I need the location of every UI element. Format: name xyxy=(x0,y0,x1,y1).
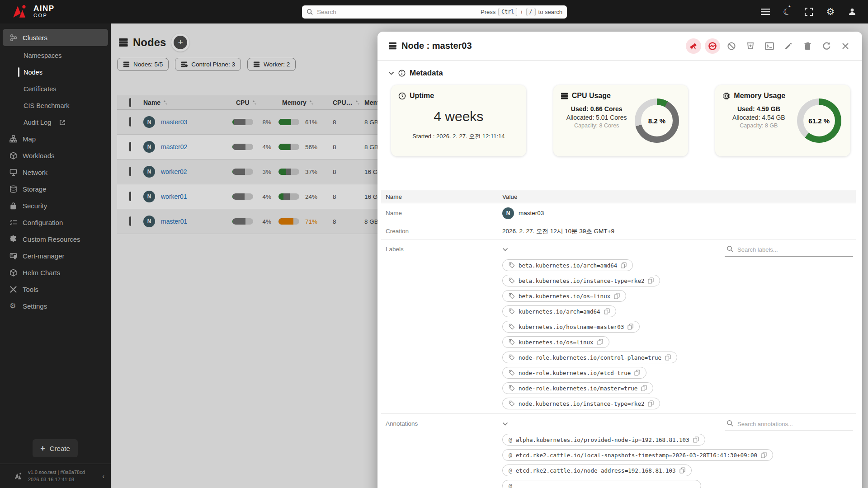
sidebar-item-storage[interactable]: Storage xyxy=(0,181,111,197)
annotation-chip: @alpha.kubernetes.io/provided-node-ip=19… xyxy=(502,434,705,446)
annotations-row: Annotations @alpha.kubernetes.io/provide… xyxy=(381,414,856,488)
sidebar-item-audit-log[interactable]: Audit Log xyxy=(0,114,111,131)
node-avatar: N xyxy=(502,207,514,219)
search-input[interactable] xyxy=(317,9,481,15)
cpu-usage-title: CPU Usage xyxy=(572,92,611,100)
helm-charts-icon xyxy=(9,269,17,277)
sidebar-item-namespaces[interactable]: Namespaces xyxy=(0,47,111,64)
drain-icon[interactable] xyxy=(743,38,758,54)
labels-list: beta.kubernetes.io/arch=amd64 beta.kuber… xyxy=(502,259,856,413)
sidebar-item-cert-manager[interactable]: Cert-manager xyxy=(0,248,111,264)
label-chip: node.kubernetes.io/instance-type=rke2 xyxy=(502,398,660,409)
node-detail-panel: Node : master03 xyxy=(377,32,862,488)
gear-icon: ⚙ xyxy=(9,302,17,310)
copy-icon[interactable] xyxy=(604,308,610,314)
sidebar-item-settings[interactable]: ⚙ Settings xyxy=(0,298,111,314)
copy-icon[interactable] xyxy=(621,262,627,268)
sidebar-item-certificates[interactable]: Certificates xyxy=(0,80,111,97)
creation-row: Creation 2026. 2. 27. 오전 12시 10분 39초 GMT… xyxy=(381,223,856,239)
edit-icon[interactable] xyxy=(781,38,796,54)
at-icon: @ xyxy=(509,452,512,459)
sidebar-footer: v1.0.soo.test | #8a0a78cd 2026-03-16 17:… xyxy=(0,464,111,488)
copy-icon[interactable] xyxy=(627,324,633,330)
copy-icon[interactable] xyxy=(597,339,603,345)
labels-search-input[interactable] xyxy=(725,245,853,257)
settings-icon[interactable]: ⚙ xyxy=(825,6,836,18)
at-icon: @ xyxy=(509,436,512,443)
create-button[interactable]: + Create xyxy=(33,439,78,457)
panel-header: Node : master03 xyxy=(377,32,862,61)
sidebar-item-network[interactable]: Network xyxy=(0,164,111,181)
menu-icon[interactable] xyxy=(760,6,771,18)
memory-usage-title: Memory Usage xyxy=(734,92,785,100)
sidebar-item-label: Nodes xyxy=(24,69,42,76)
copy-icon[interactable] xyxy=(679,467,685,474)
tag-icon xyxy=(509,293,515,299)
sidebar-item-clusters[interactable]: Clusters xyxy=(3,29,108,46)
metadata-section-header[interactable]: Metadata xyxy=(377,61,862,78)
info-icon xyxy=(398,70,406,77)
global-search[interactable]: Press Ctrl + / to search xyxy=(302,5,567,19)
copy-icon[interactable] xyxy=(648,400,654,407)
cordon-icon[interactable] xyxy=(724,38,739,54)
labels-search[interactable] xyxy=(725,245,853,257)
sidebar-item-map[interactable]: Map xyxy=(0,131,111,147)
chevron-down-icon[interactable] xyxy=(388,71,394,75)
annotations-search-input[interactable] xyxy=(725,419,853,431)
ctrl-key: Ctrl xyxy=(498,8,517,16)
sidebar-item-label: Clusters xyxy=(23,34,47,42)
tag-icon xyxy=(509,277,515,284)
sidebar-item-nodes[interactable]: Nodes xyxy=(0,64,111,80)
cert-manager-icon xyxy=(9,252,17,260)
sidebar-collapse-icon[interactable]: ‹ xyxy=(102,473,104,480)
annotation-chip: @etcd.rke2.cattle.io/node-address=192.16… xyxy=(502,465,692,476)
annotations-search[interactable] xyxy=(725,419,853,431)
sidebar-item-custom-resources[interactable]: Custom Resources xyxy=(0,231,111,248)
copy-icon[interactable] xyxy=(761,452,767,458)
cpu-donut-label: 8.2 % xyxy=(635,99,679,143)
name-row: Name N master03 xyxy=(381,203,856,223)
tag-icon xyxy=(509,400,515,407)
sidebar-item-workloads[interactable]: Workloads xyxy=(0,147,111,164)
sidebar-item-configuration[interactable]: Configuration xyxy=(0,214,111,231)
uptime-value: 4 weeks xyxy=(398,109,519,124)
telescope-icon[interactable] xyxy=(686,38,701,54)
sidebar-item-security[interactable]: Security xyxy=(0,197,111,214)
configuration-icon xyxy=(9,219,17,226)
sidebar-item-cis-benchmark[interactable]: CIS Benchmark xyxy=(0,97,111,114)
metric-cards: Uptime 4 weeks Started : 2026. 2. 27. 오전… xyxy=(391,85,850,156)
sidebar-item-helm-charts[interactable]: Helm Charts xyxy=(0,264,111,281)
sidebar-item-label: Security xyxy=(23,202,47,210)
close-icon[interactable] xyxy=(838,38,853,54)
copy-icon[interactable] xyxy=(641,385,647,391)
sidebar-item-tools[interactable]: Tools xyxy=(0,281,111,298)
annotation-chip: @ xyxy=(502,480,701,488)
tag-icon xyxy=(509,324,515,330)
plus-icon: + xyxy=(40,444,45,453)
dark-mode-icon[interactable]: ☾✦ xyxy=(781,6,793,18)
copy-icon[interactable] xyxy=(634,370,640,376)
label-chip: kubernetes.io/hostname=master03 xyxy=(502,321,640,333)
refresh-icon[interactable] xyxy=(819,38,834,54)
copy-icon[interactable] xyxy=(614,293,620,299)
workloads-icon xyxy=(9,152,17,160)
metrics-icon[interactable] xyxy=(705,38,720,54)
sidebar-item-label: Certificates xyxy=(24,85,57,93)
memory-used: Used: 4.59 GB xyxy=(722,105,795,113)
fullscreen-icon[interactable] xyxy=(803,6,815,18)
copy-icon[interactable] xyxy=(693,436,699,443)
label-chip: beta.kubernetes.io/os=linux xyxy=(502,290,626,302)
copy-icon[interactable] xyxy=(665,354,671,361)
account-icon[interactable] xyxy=(846,6,858,18)
app-logo[interactable]: AINP COP xyxy=(11,3,55,19)
delete-icon[interactable] xyxy=(800,38,815,54)
clusters-icon xyxy=(9,34,17,42)
label-chip: node-role.kubernetes.io/control-plane=tr… xyxy=(502,352,677,363)
copy-icon[interactable] xyxy=(648,277,654,284)
sidebar-item-label: Audit Log xyxy=(24,119,51,126)
sidebar-item-label: Tools xyxy=(23,286,38,293)
metadata-table: Name Value Name N master03 Creation 2026… xyxy=(381,190,856,488)
panel-actions xyxy=(686,38,853,54)
external-link-icon xyxy=(60,120,65,125)
terminal-icon[interactable] xyxy=(762,38,777,54)
